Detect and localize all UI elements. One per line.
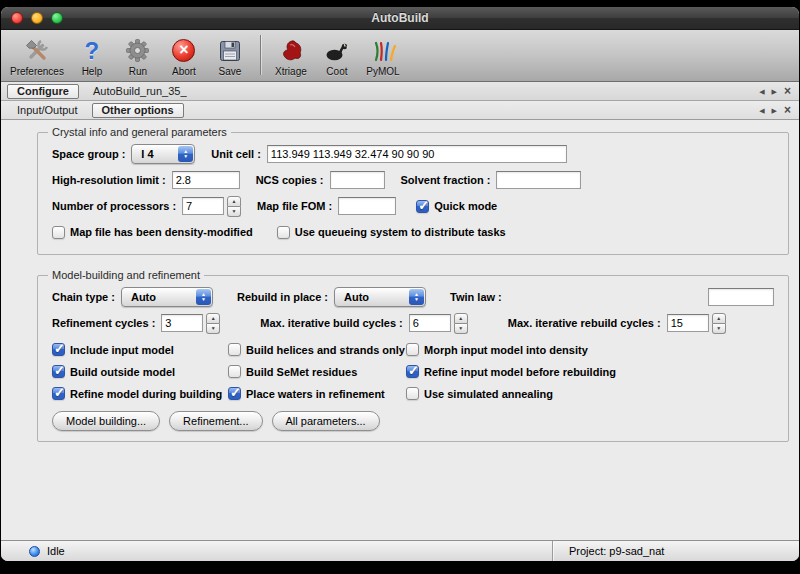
popup-arrows-icon: [196, 289, 211, 305]
twin-law-input[interactable]: [708, 288, 774, 306]
checkbox-label: Include input model: [70, 344, 174, 356]
max-rebuild-cycles-label: Max. iterative rebuild cycles :: [508, 317, 661, 329]
max-build-cycles-label: Max. iterative build cycles :: [260, 317, 402, 329]
checkbox-icon: [406, 365, 419, 378]
crystal-row-1: Space group : I 4 Unit cell :: [52, 142, 774, 166]
quick-mode-checkbox[interactable]: Quick mode: [416, 200, 497, 213]
checkbox-label: Place waters in refinement: [246, 388, 385, 400]
simulated-annealing-checkbox[interactable]: Use simulated annealing: [406, 387, 774, 400]
checkbox-label: Refine input model before rebuilding: [424, 366, 616, 378]
stepper-down-icon[interactable]: [454, 324, 468, 334]
refinement-cycles-stepper[interactable]: [206, 313, 220, 334]
ncs-copies-input[interactable]: [330, 171, 385, 189]
titlebar[interactable]: AutoBuild: [1, 7, 799, 30]
crystal-row-3: Number of processors : Map file FOM : Qu…: [52, 194, 774, 218]
toolbar-abort-button[interactable]: Abort: [161, 35, 207, 78]
solvent-fraction-label: Solvent fraction :: [401, 174, 491, 186]
checkbox-label: Use queueing system to distribute tasks: [295, 226, 506, 238]
checkbox-label: Refine model during building: [70, 388, 222, 400]
toolbar-save-button[interactable]: Save: [207, 35, 253, 78]
checkbox-label: Build SeMet residues: [246, 366, 357, 378]
space-group-value: I 4: [141, 148, 153, 160]
stepper-down-icon[interactable]: [712, 324, 726, 334]
project-label: Project: p9-sad_nat: [553, 545, 799, 557]
twin-law-label: Twin law :: [450, 291, 502, 303]
stepper-up-icon[interactable]: [454, 313, 468, 324]
model-building-button[interactable]: Model building...: [52, 411, 160, 431]
stepper-up-icon[interactable]: [227, 196, 241, 207]
main-tabs-scroll-left-icon[interactable]: ◀: [759, 88, 764, 95]
processors-stepper[interactable]: [227, 196, 241, 217]
sub-tabs-scroll-right-icon[interactable]: ▶: [772, 107, 777, 114]
build-outside-model-checkbox[interactable]: Build outside model: [52, 365, 228, 378]
include-input-model-checkbox[interactable]: Include input model: [52, 343, 228, 356]
refine-model-during-building-checkbox[interactable]: Refine model during building: [52, 387, 228, 400]
preferences-icon: [24, 36, 50, 65]
max-rebuild-cycles-input[interactable]: [667, 314, 709, 332]
toolbar-xtriage-button[interactable]: Xtriage: [268, 35, 314, 78]
checkbox-label: Map file has been density-modified: [70, 226, 253, 238]
chain-type-label: Chain type :: [52, 291, 115, 303]
high-resolution-limit-label: High-resolution limit :: [52, 174, 166, 186]
toolbar-run-button[interactable]: Run: [115, 35, 161, 78]
minimize-button[interactable]: [31, 12, 43, 24]
chain-type-select[interactable]: Auto: [121, 287, 213, 307]
toolbar-label: PyMOL: [366, 66, 399, 77]
toolbar-coot-button[interactable]: Coot: [314, 35, 360, 78]
unit-cell-input[interactable]: [267, 145, 567, 163]
sub-tabs-scroll-left-icon[interactable]: ◀: [759, 107, 764, 114]
solvent-fraction-input[interactable]: [496, 171, 581, 189]
xtriage-icon: [279, 36, 303, 65]
tab-label: Other options: [102, 104, 174, 116]
close-button[interactable]: [11, 12, 23, 24]
checkbox-icon: [277, 226, 290, 239]
checkbox-icon: [228, 343, 241, 356]
stepper-up-icon[interactable]: [712, 313, 726, 324]
toolbar-pymol-button[interactable]: PyMOL: [360, 35, 406, 78]
crystal-info-title: Crystal info and general parameters: [48, 126, 231, 138]
main-tabs-close-icon[interactable]: ×: [784, 85, 791, 97]
refine-input-model-checkbox[interactable]: Refine input model before rebuilding: [406, 365, 774, 378]
rebuild-in-place-value: Auto: [344, 291, 369, 303]
build-helices-strands-checkbox[interactable]: Build helices and strands only: [228, 343, 406, 356]
window-title: AutoBuild: [1, 11, 799, 25]
map-file-fom-input[interactable]: [338, 197, 396, 215]
tab-input-output[interactable]: Input/Output: [7, 103, 88, 118]
model-checkbox-grid: Include input model Build helices and st…: [52, 343, 774, 400]
stepper-down-icon[interactable]: [227, 207, 241, 217]
refinement-cycles-input[interactable]: [161, 314, 203, 332]
tab-label: Input/Output: [17, 104, 78, 116]
toolbar-label: Preferences: [10, 66, 64, 77]
max-build-cycles-input[interactable]: [409, 314, 451, 332]
space-group-select[interactable]: I 4: [131, 144, 195, 164]
build-semet-residues-checkbox[interactable]: Build SeMet residues: [228, 365, 406, 378]
checkbox-icon: [406, 387, 419, 400]
stepper-up-icon[interactable]: [206, 313, 220, 324]
toolbar-label: Save: [219, 66, 242, 77]
morph-input-model-checkbox[interactable]: Morph input model into density: [406, 343, 774, 356]
max-rebuild-cycles-stepper[interactable]: [712, 313, 726, 334]
rebuild-in-place-select[interactable]: Auto: [334, 287, 426, 307]
refinement-button[interactable]: Refinement...: [169, 411, 262, 431]
refinement-cycles-label: Refinement cycles :: [52, 317, 155, 329]
max-build-cycles-stepper[interactable]: [454, 313, 468, 334]
toolbar-preferences-button[interactable]: Preferences: [5, 35, 69, 78]
place-waters-checkbox[interactable]: Place waters in refinement: [228, 387, 406, 400]
high-resolution-limit-input[interactable]: [172, 171, 240, 189]
tab-autobuild-run-35[interactable]: AutoBuild_run_35_: [83, 84, 197, 99]
ncs-copies-label: NCS copies :: [256, 174, 324, 186]
tab-configure[interactable]: Configure: [7, 84, 79, 99]
zoom-button[interactable]: [51, 12, 63, 24]
sub-tabs-close-icon[interactable]: ×: [784, 104, 791, 116]
number-of-processors-input[interactable]: [182, 197, 224, 215]
stepper-down-icon[interactable]: [206, 324, 220, 334]
rebuild-in-place-label: Rebuild in place :: [237, 291, 328, 303]
toolbar-help-button[interactable]: ? Help: [69, 35, 115, 78]
tab-other-options[interactable]: Other options: [92, 103, 184, 118]
checkbox-icon: [228, 387, 241, 400]
density-modified-checkbox[interactable]: Map file has been density-modified: [52, 226, 253, 239]
queueing-system-checkbox[interactable]: Use queueing system to distribute tasks: [277, 226, 506, 239]
main-tabs-scroll-right-icon[interactable]: ▶: [772, 88, 777, 95]
all-parameters-button[interactable]: All parameters...: [272, 411, 380, 431]
checkbox-icon: [406, 343, 419, 356]
